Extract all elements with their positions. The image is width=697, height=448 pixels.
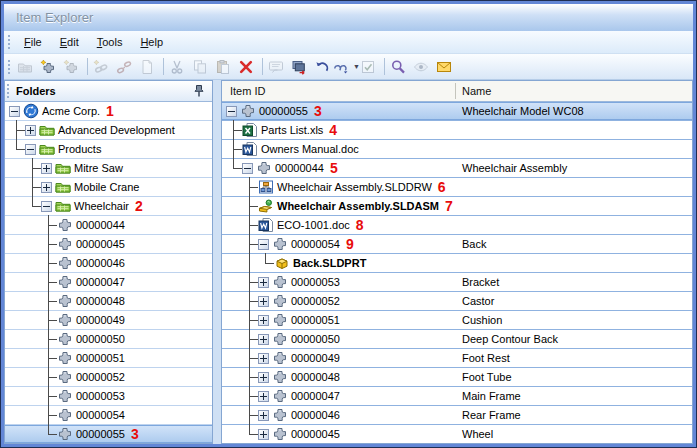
column-header-item-id[interactable]: Item ID xyxy=(230,81,265,101)
pin-icon[interactable] xyxy=(191,83,207,99)
collapse-toggle[interactable] xyxy=(25,144,36,155)
copy-item-button[interactable] xyxy=(61,56,84,77)
tree-row[interactable]: 00000052 xyxy=(5,368,212,387)
row-label: 00000045 xyxy=(76,238,125,250)
tree-row[interactable]: 00000045Wheel xyxy=(222,425,692,443)
tree-row[interactable]: 00000053Bracket xyxy=(222,273,692,292)
collapse-toggle[interactable] xyxy=(258,239,269,250)
menu-item-edit[interactable]: Edit xyxy=(51,33,88,51)
expand-toggle[interactable] xyxy=(25,125,36,136)
menu-item-help[interactable]: Help xyxy=(131,33,172,51)
comments-button[interactable] xyxy=(266,56,289,77)
tree-row[interactable]: Advanced Development xyxy=(5,121,212,140)
expand-toggle[interactable] xyxy=(258,372,269,383)
preview-button[interactable] xyxy=(411,56,434,77)
item-name-cell: Rear Frame xyxy=(462,406,521,424)
tree-row[interactable]: 00000050Deep Contour Back xyxy=(222,330,692,349)
new-document-button[interactable] xyxy=(137,56,160,77)
new-folder-button[interactable] xyxy=(15,56,38,77)
toolbar-grip-handle[interactable] xyxy=(8,60,11,74)
redo-button[interactable]: ▼ xyxy=(335,56,358,77)
tree-row[interactable]: 000000553Wheelchair Model WC08 xyxy=(222,102,692,121)
collapse-toggle[interactable] xyxy=(9,106,20,117)
title-bar[interactable]: Item Explorer xyxy=(4,4,693,31)
collapse-toggle[interactable] xyxy=(226,106,237,117)
collapse-toggle[interactable] xyxy=(41,201,52,212)
column-header-name[interactable]: Name xyxy=(462,81,491,101)
menu-item-file[interactable]: File xyxy=(15,33,51,51)
tree-row[interactable]: Owners Manual.doc xyxy=(222,140,692,159)
break-link-button[interactable] xyxy=(114,56,137,77)
expand-toggle[interactable] xyxy=(258,353,269,364)
expand-toggle[interactable] xyxy=(258,334,269,345)
tree-row[interactable]: 00000046 xyxy=(5,254,212,273)
new-item-button[interactable] xyxy=(38,56,61,77)
tree-row[interactable]: 00000052Castor xyxy=(222,292,692,311)
tree-row[interactable]: 00000049Foot Rest xyxy=(222,349,692,368)
tree-row[interactable]: Wheelchair2 xyxy=(5,197,212,216)
paste-button[interactable] xyxy=(213,56,236,77)
search-icon xyxy=(390,59,406,75)
menu-item-tools[interactable]: Tools xyxy=(88,33,132,51)
tree-row[interactable]: Products xyxy=(5,140,212,159)
tree-row[interactable]: 00000045 xyxy=(5,235,212,254)
collapse-toggle[interactable] xyxy=(242,163,253,174)
tree-row[interactable]: ECO-1001.doc8 xyxy=(222,216,692,235)
tree-connector xyxy=(41,387,57,405)
expand-toggle[interactable] xyxy=(258,315,269,326)
tree-row[interactable]: 00000053 xyxy=(5,387,212,406)
tree-row[interactable]: Acme Corp.1 xyxy=(5,102,212,121)
tree-row[interactable]: 00000051Cushion xyxy=(222,311,692,330)
tree-row[interactable]: 00000049 xyxy=(5,311,212,330)
expand-toggle[interactable] xyxy=(258,429,269,440)
expand-toggle[interactable] xyxy=(41,182,52,193)
undo-button[interactable] xyxy=(312,56,335,77)
tree-row[interactable]: 000000445Wheelchair Assembly xyxy=(222,159,692,178)
item-icon xyxy=(57,331,73,347)
column-divider[interactable] xyxy=(455,83,456,99)
tree-row[interactable]: 00000048Foot Tube xyxy=(222,368,692,387)
word-icon xyxy=(242,141,258,157)
check-in-button[interactable] xyxy=(289,56,312,77)
tree-row[interactable]: 00000050 xyxy=(5,330,212,349)
delete-button[interactable] xyxy=(236,56,259,77)
tree-row[interactable]: 000000549Back xyxy=(222,235,692,254)
tree-row[interactable]: 00000044 xyxy=(5,216,212,235)
vault-icon xyxy=(23,103,39,119)
expand-toggle[interactable] xyxy=(258,410,269,421)
tree-row[interactable]: 00000047Main Frame xyxy=(222,387,692,406)
copy-button[interactable] xyxy=(190,56,213,77)
tree-row[interactable]: 00000046Rear Frame xyxy=(222,406,692,425)
cut-icon xyxy=(169,59,185,75)
tree-connector xyxy=(41,254,57,272)
tree-row[interactable]: Wheelchair Assembly.SLDDRW6 xyxy=(222,178,692,197)
items-column-header: Item ID Name xyxy=(222,81,692,102)
tree-row[interactable]: Parts List.xls4 xyxy=(222,121,692,140)
validate-button[interactable] xyxy=(358,56,381,77)
tree-row[interactable]: 00000051 xyxy=(5,349,212,368)
expand-toggle[interactable] xyxy=(41,163,52,174)
search-button[interactable] xyxy=(388,56,411,77)
expand-toggle[interactable] xyxy=(258,296,269,307)
item-name-cell: Wheelchair Model WC08 xyxy=(462,102,584,120)
tree-row[interactable]: 00000054 xyxy=(5,406,212,425)
row-label: Mitre Saw xyxy=(74,162,123,174)
tree-row[interactable]: Mitre Saw xyxy=(5,159,212,178)
indent-spacer xyxy=(25,254,41,272)
tree-row[interactable]: 00000048 xyxy=(5,292,212,311)
tree-row[interactable]: 00000047 xyxy=(5,273,212,292)
expand-toggle[interactable] xyxy=(258,277,269,288)
tree-connector xyxy=(9,140,25,158)
expand-toggle[interactable] xyxy=(258,391,269,402)
tree-row[interactable]: Mobile Crane xyxy=(5,178,212,197)
email-button[interactable] xyxy=(434,56,457,77)
folders-header-grip-handle[interactable] xyxy=(7,84,10,98)
indent-spacer xyxy=(226,197,242,215)
row-label: Wheelchair xyxy=(74,200,129,212)
tree-row[interactable]: Wheelchair Assembly.SLDASM7 xyxy=(222,197,692,216)
cut-button[interactable] xyxy=(167,56,190,77)
tree-row[interactable]: 000000553 xyxy=(5,425,212,443)
new-link-button[interactable] xyxy=(91,56,114,77)
tree-row[interactable]: Back.SLDPRT xyxy=(222,254,692,273)
menubar-grip-handle[interactable] xyxy=(8,35,11,49)
